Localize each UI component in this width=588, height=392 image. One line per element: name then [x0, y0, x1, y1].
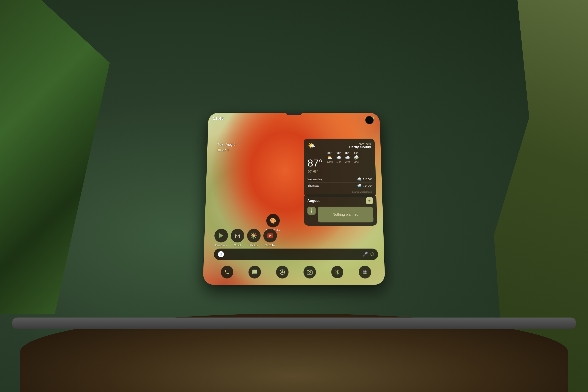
svg-line-6 [254, 236, 256, 238]
weather-hour-12pm-icon: ⛅ [326, 155, 332, 160]
weather-high-low: 90° 68° [308, 170, 372, 174]
weather-hour-1pm-icon: ☁️ [336, 155, 342, 160]
phone-device: 11:45 📶 🔋 Tue, Aug 6 🌤️ 87°F 🌤️ New York… [203, 113, 385, 285]
weather-hour-12pm: 88° ⛅ 12PM [326, 152, 333, 163]
dock-chrome[interactable] [276, 266, 288, 278]
dock-pixel-studio[interactable] [358, 266, 371, 278]
calendar-add-button[interactable]: + [366, 197, 373, 204]
svg-line-23 [338, 273, 339, 274]
calendar-date-letter: T [311, 208, 312, 210]
svg-line-22 [336, 270, 336, 271]
nothing-planned-text: Nothing planned [332, 212, 358, 216]
weather-main-temp: 87° [308, 158, 323, 168]
weather-low: 68° [313, 170, 318, 173]
app-gmail[interactable]: Gmail [230, 229, 244, 246]
youtube-label: YouTube [265, 244, 275, 246]
calendar-header: August + [307, 197, 373, 204]
weather-hour-2pm-time: 2PM [345, 160, 350, 163]
pixel-studio-icon-circle: 🎨 [266, 214, 280, 227]
dock [213, 266, 379, 278]
dock-phone[interactable] [221, 266, 234, 278]
search-mic-icon[interactable]: 🎤 [362, 252, 368, 257]
wednesday-temps: 71° 66° [363, 178, 372, 181]
calendar-date-number: 6 [311, 210, 312, 214]
wednesday-icon: 🌧️ [357, 177, 362, 182]
calendar-nothing-planned[interactable]: Nothing planned [318, 206, 374, 222]
svg-line-24 [338, 270, 339, 271]
svg-line-25 [336, 273, 336, 274]
svg-line-14 [283, 273, 284, 274]
weather-hour-2pm-icon: ☁️ [345, 155, 350, 160]
weather-source: Source: weather.com [308, 191, 372, 193]
weather-hour-1pm-temp: 90° [336, 152, 341, 154]
svg-line-15 [280, 273, 281, 274]
date-weather-topleft: Tue, Aug 6 🌤️ 87°F [217, 142, 236, 152]
app-icons-row: Play Store Gmail [214, 229, 277, 246]
gmail-label: Gmail [234, 244, 241, 246]
app-photos[interactable]: Photos [247, 229, 261, 246]
weather-hour-3pm-icon: ⛈️ [354, 155, 359, 160]
thursday-temps: 72° 70° [363, 184, 372, 188]
svg-point-16 [309, 272, 311, 274]
status-time: 11:45 [213, 116, 224, 121]
calendar-add-icon: + [368, 198, 371, 203]
temp-value: 87°F [222, 148, 230, 152]
weather-high: 90° [308, 170, 312, 173]
google-g-icon: G [218, 251, 224, 257]
photos-icon-circle [247, 229, 261, 242]
photos-label: Photos [250, 244, 258, 246]
app-youtube[interactable]: YouTube [263, 229, 277, 246]
thursday-label: Thursday [308, 184, 357, 188]
dock-camera[interactable] [304, 266, 316, 278]
svg-point-26 [363, 270, 364, 272]
weather-forecast: Wednesday 🌧️ 71° 66° Thursday 🌧️ 72° 70° [308, 176, 372, 189]
weather-forecast-thursday: Thursday 🌧️ 72° 70° [308, 182, 372, 189]
weather-hour-3pm-time: 3PM [354, 160, 359, 163]
svg-point-28 [363, 272, 364, 274]
weather-hour-12pm-time: 12PM [326, 160, 332, 163]
svg-line-5 [252, 234, 253, 235]
svg-point-12 [281, 271, 283, 273]
weather-forecast-wednesday: Wednesday 🌧️ 71° 66° [308, 176, 372, 182]
weather-hour-2pm: 89° ☁️ 2PM [345, 152, 350, 163]
svg-line-8 [252, 236, 253, 238]
calendar-widget[interactable]: August + T 6 Nothing planned [304, 194, 377, 226]
pot-rim [12, 318, 576, 329]
gmail-icon-circle [231, 229, 244, 242]
weather-widget[interactable]: 🌤️ New York Partly cloudy 87° 88° ⛅ 12PM… [304, 139, 376, 196]
weather-hour-1pm-time: 1PM [336, 160, 342, 163]
svg-point-17 [336, 272, 338, 273]
weather-city: New York [349, 142, 371, 145]
svg-point-27 [365, 270, 366, 272]
weather-main-icon: 🌤️ [308, 142, 315, 149]
weather-hour-3pm: 81° ⛈️ 3PM [354, 152, 359, 163]
search-bar[interactable]: G 🎤 ⬡ [214, 248, 378, 260]
thursday-icon: 🌧️ [357, 184, 362, 188]
camera [365, 116, 374, 124]
temp-text: 🌤️ 87°F [217, 148, 236, 152]
youtube-icon-circle [263, 229, 277, 242]
weather-hour-3pm-temp: 81° [354, 152, 359, 154]
app-play-store[interactable]: Play Store [214, 229, 228, 246]
wednesday-label: Wednesday [308, 178, 357, 181]
calendar-month: August [307, 198, 320, 203]
g-letter: G [220, 252, 222, 256]
weather-condition: Partly cloudy [349, 145, 371, 149]
temp-icon: 🌤️ [217, 148, 221, 152]
play-store-icon-circle [214, 229, 228, 242]
search-lens-icon[interactable]: ⬡ [370, 252, 374, 257]
dock-messages[interactable] [248, 266, 261, 278]
weather-hour-1pm: 90° ☁️ 1PM [336, 152, 342, 163]
calendar-body: T 6 Nothing planned [307, 206, 374, 222]
status-bar: 11:45 📶 🔋 [208, 113, 380, 122]
calendar-date-box: T 6 [307, 206, 316, 215]
dock-photos[interactable] [331, 266, 344, 278]
svg-line-7 [254, 234, 256, 235]
play-store-label: Play Store [215, 244, 227, 246]
weather-hourly: 88° ⛅ 12PM 90° ☁️ 1PM 89° ☁️ 2PM [326, 152, 359, 166]
date-text: Tue, Aug 6 [217, 142, 236, 147]
weather-location: New York Partly cloudy [349, 142, 371, 149]
weather-header: 🌤️ New York Partly cloudy [308, 142, 371, 149]
svg-point-29 [365, 272, 366, 274]
weather-hour-2pm-temp: 89° [345, 152, 350, 154]
